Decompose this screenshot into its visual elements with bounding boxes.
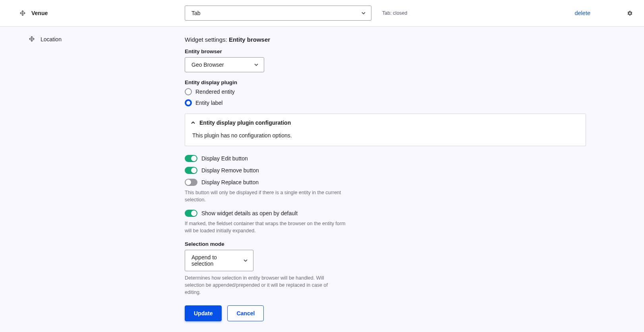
display-plugin-group: Entity display plugin Rendered entity En… [185, 79, 371, 106]
heading-prefix: Widget settings: [185, 36, 229, 43]
venue-right-cell: Tab: closed delete [377, 0, 644, 26]
entity-browser-select[interactable]: Geo Browser [185, 57, 264, 72]
toggle-edit-row: Display Edit button [185, 155, 371, 162]
cancel-button[interactable]: Cancel [227, 305, 264, 321]
venue-widget-select[interactable]: Tab [185, 6, 371, 21]
toggle-replace[interactable] [185, 179, 197, 186]
toggle-replace-label: Display Replace button [201, 179, 259, 185]
action-buttons: Update Cancel [185, 305, 371, 321]
toggle-edit[interactable] [185, 155, 197, 162]
toggle-replace-row: Display Replace button [185, 179, 371, 186]
toggle-remove-row: Display Remove button [185, 167, 371, 174]
widget-settings-cell: Widget settings: Entity browser Entity b… [185, 27, 377, 332]
tab-status: Tab: closed [382, 10, 407, 16]
fieldset-body: This plugin has no configuration options… [185, 130, 586, 146]
radio-entity-label[interactable]: Entity label [185, 99, 371, 106]
chevron-up-icon [191, 120, 195, 125]
radio-label: Entity label [195, 100, 222, 106]
toggle-openwidget-row: Show widget details as open by default [185, 210, 371, 217]
radio-label: Rendered entity [195, 89, 235, 95]
radio-icon [185, 88, 192, 95]
entity-browser-group: Entity browser Geo Browser [185, 48, 371, 72]
move-icon[interactable] [20, 10, 25, 16]
plugin-config-fieldset: Entity display plugin configuration This… [185, 114, 586, 146]
location-label-cell: Location [0, 27, 185, 50]
gear-icon[interactable] [627, 10, 633, 16]
openwidget-help: If marked, the fieldset container that w… [185, 220, 352, 234]
fieldset-title: Entity display plugin configuration [199, 120, 291, 126]
entity-browser-label: Entity browser [185, 48, 371, 54]
toggle-remove[interactable] [185, 167, 197, 174]
heading-name: Entity browser [229, 36, 270, 43]
update-button[interactable]: Update [185, 305, 222, 321]
venue-label-cell: Venue [0, 0, 185, 26]
selection-mode-label: Selection mode [185, 241, 371, 247]
selection-mode-group: Selection mode Append to selection Deter… [185, 241, 371, 296]
toggle-openwidget[interactable] [185, 210, 197, 217]
move-icon[interactable] [29, 36, 35, 42]
display-plugin-label: Entity display plugin [185, 79, 371, 85]
location-row: Location Widget settings: Entity browser… [0, 27, 644, 332]
toggle-openwidget-label: Show widget details as open by default [201, 210, 298, 216]
location-label: Location [41, 36, 62, 42]
toggle-edit-label: Display Edit button [201, 155, 248, 162]
selection-mode-select[interactable]: Append to selection [185, 250, 253, 271]
venue-widget-cell: Tab [185, 0, 377, 26]
toggle-remove-label: Display Remove button [201, 167, 259, 174]
fieldset-toggle[interactable]: Entity display plugin configuration [185, 114, 586, 130]
location-right-cell [377, 27, 644, 35]
venue-label: Venue [31, 10, 48, 16]
widget-settings-heading: Widget settings: Entity browser [185, 36, 371, 43]
radio-rendered-entity[interactable]: Rendered entity [185, 88, 371, 95]
delete-link[interactable]: delete [574, 10, 590, 16]
radio-icon [185, 99, 192, 106]
selection-mode-help: Determines how selection in entity brows… [185, 274, 332, 296]
venue-row: Venue Tab Tab: closed delete [0, 0, 644, 27]
replace-help: This button will only be displayed if th… [185, 189, 352, 203]
